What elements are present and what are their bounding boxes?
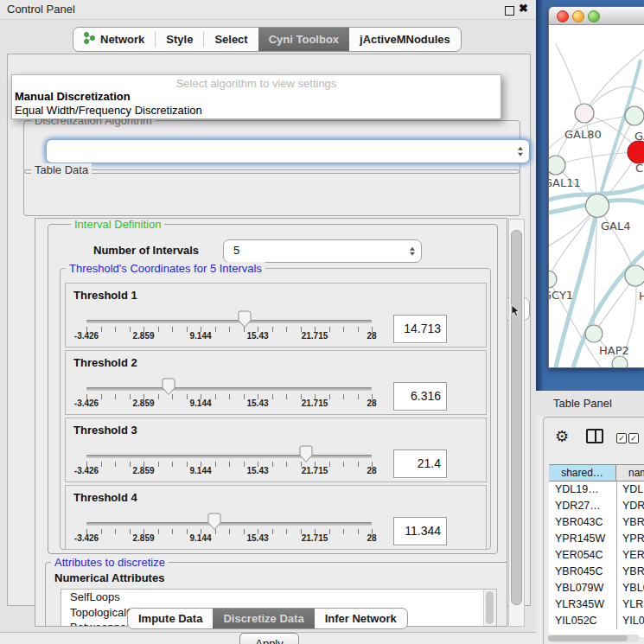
slider-tick-label: 2.859	[115, 466, 172, 475]
cell-shared-name[interactable]: YLR345W	[549, 596, 616, 613]
table-row[interactable]: YLR345WYLR3	[549, 596, 644, 613]
settings-scrollbar[interactable]	[508, 219, 525, 627]
close-icon[interactable]: ✖	[519, 2, 528, 15]
gear-icon[interactable]: ⚙	[555, 427, 569, 446]
checkbox-icon[interactable]: ✓	[616, 433, 627, 443]
network-window-titlebar	[549, 7, 644, 25]
slider-tick-label: -3.426	[58, 533, 115, 543]
interval-definition-group: Interval Definition Number of Intervals …	[48, 224, 498, 554]
network-canvas[interactable]: GAL80 GA C GAL11 GAL4 GCY1 H HAP2	[549, 25, 644, 367]
threshold-2-slider-track[interactable]	[86, 387, 372, 391]
table-row[interactable]: YBR045CYBR0	[549, 564, 644, 580]
cell-name[interactable]: YLR3	[616, 596, 644, 613]
float-window-icon[interactable]	[505, 6, 514, 16]
threshold-3-value-field[interactable]: 21.4	[393, 450, 447, 478]
cell-shared-name[interactable]: YDR27…	[549, 498, 616, 514]
dropdown-option-manual-discretization[interactable]: Manual Discretization	[15, 90, 131, 103]
attributes-scrollbar-thumb[interactable]	[486, 591, 494, 624]
table-rows: YDL19…YDL1YDR27…YDR2YBR043CYBR0YPR145WYP…	[549, 481, 644, 637]
cell-name[interactable]: YER0	[616, 547, 644, 564]
cell-name[interactable]: YDL1	[616, 481, 644, 498]
threshold-2-value-field[interactable]: 6.316	[393, 382, 447, 411]
slider-tick-labels: -3.4262.8599.14415.4321.71528	[86, 533, 372, 544]
checkbox-icon[interactable]: ✓	[628, 433, 639, 443]
node-gal4[interactable]	[586, 194, 609, 218]
cell-name[interactable]: YBR0	[616, 514, 644, 531]
table-row[interactable]: YPR145WYPR1	[549, 531, 644, 547]
network-graph: GAL80 GA C GAL11 GAL4 GCY1 H HAP2	[549, 25, 644, 367]
node-gcy1[interactable]	[549, 271, 557, 288]
table-row[interactable]: YIL052CYIL0	[549, 613, 644, 629]
tab-impute-data[interactable]: Impute Data	[128, 609, 213, 628]
slider-tick-label: 15.43	[229, 331, 286, 341]
slider-tick-label: -3.426	[58, 466, 115, 475]
column-header-name[interactable]: name	[616, 465, 644, 481]
threshold-1-panel: Threshold 1 -3.4262.8599.14415.4321.7152…	[65, 283, 487, 348]
algorithm-combobox[interactable]	[46, 139, 530, 163]
tab-discretize-data[interactable]: Discretize Data	[213, 609, 314, 628]
attributes-scrollbar[interactable]	[483, 590, 496, 627]
settings-scrollbar-thumb[interactable]	[511, 230, 522, 605]
node-gal11[interactable]	[549, 156, 565, 175]
table-row[interactable]: YBL079WYBL0	[549, 580, 644, 596]
tab-select[interactable]: Select	[204, 28, 258, 51]
cell-name[interactable]: YIL0	[616, 613, 644, 629]
threshold-4-slider-track[interactable]	[86, 522, 372, 526]
node-partial-top[interactable]	[625, 106, 644, 125]
cell-name[interactable]: YBR0	[616, 564, 644, 580]
split-columns-icon[interactable]	[586, 429, 603, 443]
tab-jactivemnodules[interactable]: jActiveMNodules	[349, 28, 461, 51]
tab-cyni-toolbox-label: Cyni Toolbox	[269, 33, 339, 46]
cell-shared-name[interactable]: YDL19…	[549, 481, 616, 498]
minimize-traffic-light-icon[interactable]	[572, 10, 584, 22]
tab-infer-network[interactable]: Infer Network	[315, 609, 407, 628]
window-title: Control Panel	[7, 3, 75, 16]
cell-shared-name[interactable]: YBL079W	[549, 580, 616, 596]
threshold-1-value-field[interactable]: 14.713	[393, 315, 447, 343]
close-traffic-light-icon[interactable]	[557, 10, 569, 22]
tab-network[interactable]: Network	[73, 28, 155, 51]
table-row[interactable]: YBR043CYBR0	[549, 514, 644, 531]
cell-name[interactable]: YPR1	[616, 531, 644, 547]
table-row[interactable]: YER054CYER0	[549, 547, 644, 564]
cell-shared-name[interactable]: YBR043C	[549, 514, 616, 531]
slider-tick-labels: -3.4262.8599.14415.4321.71528	[86, 466, 372, 476]
node-h[interactable]	[625, 265, 644, 286]
node-gal80[interactable]	[575, 104, 594, 123]
number-of-intervals-label: Number of Intervals	[93, 244, 199, 257]
number-of-intervals-combobox[interactable]: 5	[223, 239, 422, 263]
cell-shared-name[interactable]: YPR145W	[549, 531, 616, 547]
table-data-group: Table Data galFiltered.sif default node	[23, 169, 520, 216]
node-label-gal11: GAL11	[549, 176, 581, 189]
node-table: shared… name YDL19…YDL1YDR27…YDR2YBR043C…	[549, 464, 644, 637]
zoom-traffic-light-icon[interactable]	[588, 10, 600, 22]
cell-name[interactable]: YBL0	[616, 580, 644, 596]
slider-tick-label: 21.715	[286, 466, 343, 475]
cell-shared-name[interactable]: YIL052C	[549, 613, 616, 629]
attribute-item[interactable]: SelfLoops	[61, 590, 496, 605]
table-row[interactable]: YDR27…YDR2	[549, 498, 644, 514]
column-header-shared-name[interactable]: shared…	[549, 465, 616, 481]
tab-cyni-toolbox[interactable]: Cyni Toolbox	[258, 28, 349, 51]
node-selected-red[interactable]	[628, 141, 644, 163]
threshold-1-slider-track[interactable]	[86, 320, 372, 323]
slider-tick-label: 9.144	[172, 466, 229, 475]
apply-button[interactable]: Apply	[239, 633, 299, 644]
threshold-4-label: Threshold 4	[73, 491, 137, 504]
cell-name[interactable]: YDR2	[616, 498, 644, 514]
dropdown-option-equal-width-frequency[interactable]: Equal Width/Frequency Discretization	[15, 104, 202, 117]
node-bottom-partial[interactable]	[612, 356, 628, 367]
tab-style[interactable]: Style	[156, 28, 203, 51]
table-row[interactable]: YDL19…YDL1	[549, 481, 644, 498]
node-label-gal4: GAL4	[601, 220, 630, 233]
cell-shared-name[interactable]: YBR045C	[549, 564, 616, 580]
table-horizontal-scrollbar-thumb[interactable]	[548, 635, 628, 641]
table-horizontal-scrollbar[interactable]	[547, 634, 640, 642]
threshold-3-label: Threshold 3	[73, 424, 137, 437]
cell-shared-name[interactable]: YER054C	[549, 547, 616, 564]
node-hap2[interactable]	[585, 325, 603, 342]
threshold-4-value-field[interactable]: 11.344	[393, 517, 447, 545]
threshold-3-slider-track[interactable]	[86, 455, 372, 458]
slider-tick-label: 28	[343, 399, 400, 408]
tab-infer-network-label: Infer Network	[325, 612, 397, 625]
